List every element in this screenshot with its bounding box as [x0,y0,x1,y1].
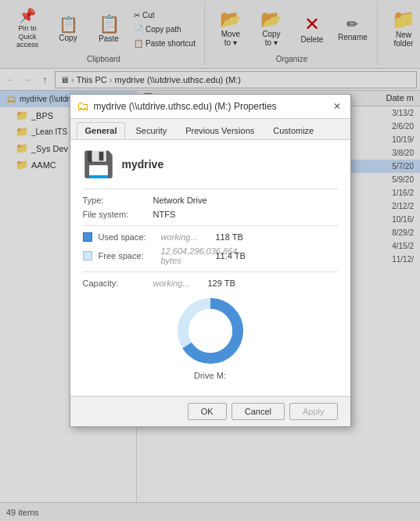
free-space-bytes: 12,604,296,036,864 bytes [161,246,216,265]
modal-drive-header: 💾 mydrive [83,149,338,179]
drive-icon: 💾 [83,149,114,179]
donut-chart [175,296,246,366]
used-space-value: 118 TB [216,232,243,242]
donut-chart-container: Drive M: [83,296,338,380]
tab-customize[interactable]: Customize [264,122,322,139]
modal-titlebar: 🗂 mydrive (\\utdrive.uthsc.edu) (M:) Pro… [70,95,350,119]
modal-divider-2 [83,225,338,226]
modal-drive-title-icon: 🗂 [77,99,89,113]
capacity-label: Capacity: [83,278,153,288]
modal-tabs: General Security Previous Versions Custo… [70,119,350,140]
tab-general[interactable]: General [77,122,126,139]
modal-used-space-row: Used space: working... 118 TB [83,232,338,242]
type-value: Network Drive [153,196,207,205]
drive-letter-label: Drive M: [194,371,226,380]
filesystem-label: File system: [83,210,153,219]
drive-name-label: mydrive [122,158,164,171]
tab-security[interactable]: Security [127,122,175,139]
modal-filesystem-row: File system: NTFS [83,210,338,219]
capacity-working: working... [153,278,208,288]
used-space-indicator [83,232,92,242]
type-label: Type: [83,196,153,205]
cancel-button[interactable]: Cancel [232,403,285,420]
svg-point-2 [188,309,232,353]
modal-type-row: Type: Network Drive [83,196,338,205]
free-space-label: Free space: [99,251,161,260]
tab-previous-versions[interactable]: Previous Versions [177,122,263,139]
modal-divider-3 [83,271,338,272]
modal-overlay: 🗂 mydrive (\\utdrive.uthsc.edu) (M:) Pro… [0,0,420,521]
used-space-label: Used space: [99,232,161,242]
modal-divider-1 [83,189,338,189]
capacity-value: 129 TB [208,278,235,288]
used-space-working: working... [161,232,216,242]
modal-body: 💾 mydrive Type: Network Drive File syste… [70,140,350,396]
modal-footer: OK Cancel Apply [70,396,350,426]
modal-capacity-row: Capacity: working... 129 TB [83,278,338,288]
apply-button[interactable]: Apply [289,403,338,420]
modal-free-space-row: Free space: 12,604,296,036,864 bytes 11.… [83,246,338,265]
ok-button[interactable]: OK [188,403,227,420]
modal-title-text: mydrive (\\utdrive.uthsc.edu) (M:) Prope… [94,101,325,112]
free-space-indicator [83,251,92,260]
modal-close-button[interactable]: ✕ [330,99,344,113]
properties-modal: 🗂 mydrive (\\utdrive.uthsc.edu) (M:) Pro… [70,94,351,427]
filesystem-value: NTFS [153,210,176,219]
free-space-value: 11.4 TB [216,251,246,260]
